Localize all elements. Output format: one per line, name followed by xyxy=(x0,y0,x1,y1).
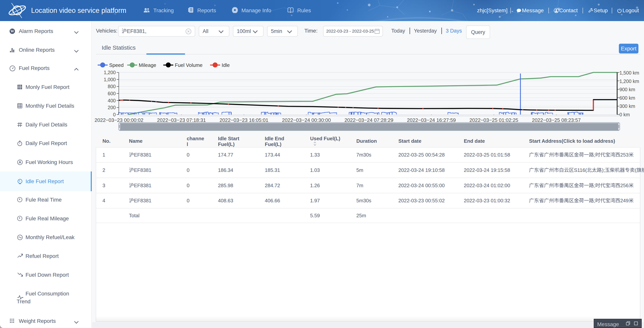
svg-text:W: W xyxy=(10,29,14,33)
